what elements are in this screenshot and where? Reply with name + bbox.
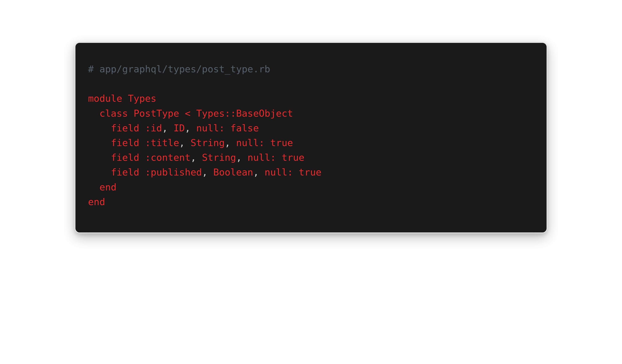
code-comment: # app/graphql/types/post_type.rb [88, 63, 270, 75]
field-type-content: String [202, 152, 236, 163]
null-val-id: false [230, 122, 259, 134]
comma: , [191, 152, 196, 163]
comma: , [162, 122, 168, 134]
code-content: # app/graphql/types/post_type.rb module … [88, 62, 534, 209]
comma: , [225, 137, 230, 148]
base-scope: Types [196, 108, 225, 119]
kw-end: end [99, 182, 117, 193]
op-lt: < [185, 108, 191, 119]
field-name-published: :published [145, 167, 202, 178]
null-val-title: true [270, 137, 293, 148]
field-kw: field [111, 122, 139, 134]
kw-module: module [88, 93, 122, 104]
comma: , [236, 152, 242, 163]
field-name-id: :id [145, 122, 162, 134]
code-block: # app/graphql/types/post_type.rb module … [75, 42, 547, 233]
field-type-published: Boolean [213, 167, 253, 178]
module-name: Types [128, 93, 156, 104]
field-type-title: String [191, 137, 225, 148]
kw-end: end [88, 196, 105, 208]
null-val-content: true [282, 152, 304, 163]
field-kw: field [111, 167, 139, 178]
null-kw: null: [236, 137, 264, 148]
null-val-published: true [299, 167, 321, 178]
field-kw: field [111, 152, 139, 163]
field-type-id: ID [173, 122, 185, 134]
comma: , [202, 167, 208, 178]
class-name: PostType [134, 108, 179, 119]
field-name-content: :content [145, 152, 191, 163]
kw-class: class [99, 108, 128, 119]
field-kw: field [111, 137, 139, 148]
scope-op: :: [225, 108, 236, 119]
field-name-title: :title [145, 137, 179, 148]
comma: , [179, 137, 185, 148]
null-kw: null: [265, 167, 293, 178]
null-kw: null: [196, 122, 225, 134]
null-kw: null: [248, 152, 276, 163]
comma: , [185, 122, 191, 134]
base-class: BaseObject [236, 108, 293, 119]
comma: , [253, 167, 259, 178]
